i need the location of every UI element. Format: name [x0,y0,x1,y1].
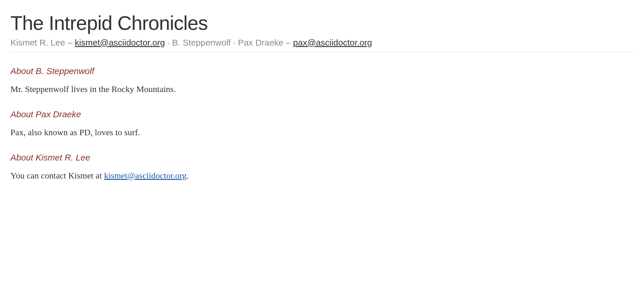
section-about-draeke: About Pax Draeke Pax, also known as PD, … [10,109,634,139]
section-title: About Pax Draeke [10,109,634,119]
author-email-link-3[interactable]: pax@asciidoctor.org [293,38,372,47]
separator-dash: – [283,38,293,47]
body-text-prefix: You can contact Kismet at [10,171,104,180]
author-name-2: B. Steppenwolf [172,38,231,47]
section-about-steppenwolf: About B. Steppenwolf Mr. Steppenwolf liv… [10,66,634,95]
contact-email-link[interactable]: kismet@asciidoctor.org [104,171,187,180]
document-title: The Intrepid Chronicles [10,12,634,34]
author-byline: Kismet R. Lee – kismet@asciidoctor.org ·… [10,38,634,52]
body-text-suffix: . [187,171,189,180]
section-body: Mr. Steppenwolf lives in the Rocky Mount… [10,82,634,95]
section-title: About Kismet R. Lee [10,153,634,163]
separator-dash: – [65,38,75,47]
section-body: Pax, also known as PD, loves to surf. [10,126,634,139]
section-about-lee: About Kismet R. Lee You can contact Kism… [10,153,634,182]
author-email-link-1[interactable]: kismet@asciidoctor.org [75,38,165,47]
author-name-1: Kismet R. Lee [10,38,65,47]
separator-dot: · [231,38,238,47]
section-body: You can contact Kismet at kismet@asciido… [10,169,634,182]
author-name-3: Pax Draeke [238,38,283,47]
separator-dot: · [165,38,172,47]
section-title: About B. Steppenwolf [10,66,634,76]
